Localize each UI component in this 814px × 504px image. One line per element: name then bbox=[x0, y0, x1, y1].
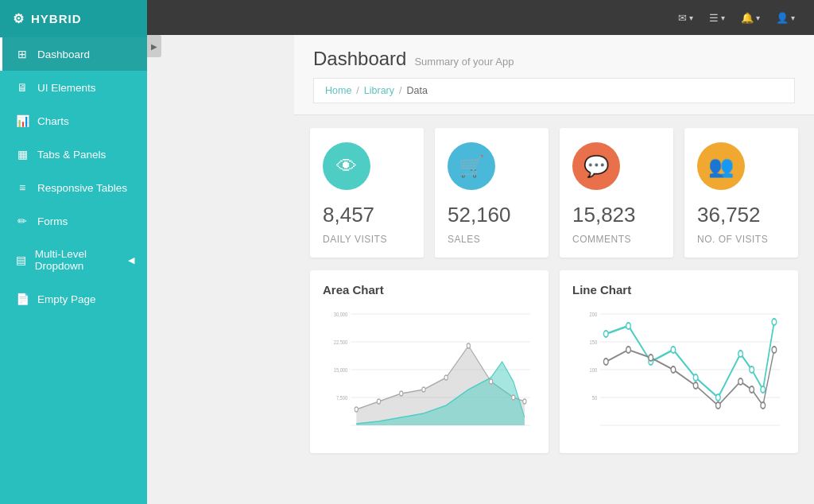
daily-visits-value: 8,457 bbox=[323, 203, 374, 227]
line-chart-title: Line Chart bbox=[572, 283, 785, 297]
eye-icon: 👁 bbox=[336, 154, 357, 179]
svg-point-46 bbox=[750, 386, 754, 393]
sidebar-item-label: UI Elements bbox=[37, 82, 96, 94]
no-visits-label: No. of Visits bbox=[697, 234, 768, 245]
sidebar-item-ui-elements[interactable]: 🖥 UI Elements bbox=[0, 71, 147, 104]
svg-point-18 bbox=[512, 395, 515, 400]
arrow-icon: ◀ bbox=[128, 255, 134, 266]
sidebar-item-charts[interactable]: 📊 Charts bbox=[0, 104, 147, 138]
svg-point-19 bbox=[523, 399, 526, 404]
svg-point-44 bbox=[716, 402, 721, 409]
sales-value: 52,160 bbox=[448, 203, 511, 227]
tabs-icon: ▦ bbox=[15, 148, 29, 161]
sidebar-item-forms[interactable]: ✏ Forms bbox=[0, 204, 147, 238]
app-name: HYBRID bbox=[31, 12, 82, 25]
charts-row: Area Chart 30,000 22,500 15,000 7,500 bbox=[294, 270, 814, 466]
sidebar-item-label: Empty Page bbox=[37, 293, 96, 305]
daily-visits-icon-circle: 👁 bbox=[323, 142, 370, 190]
svg-point-40 bbox=[626, 347, 631, 353]
page-header: Dashboard Summary of your App Home / Lib… bbox=[294, 35, 814, 115]
stat-card-no-visits: 👥 36,752 No. of Visits bbox=[684, 128, 798, 258]
stat-card-daily-visits: 👁 8,457 Daily Visits bbox=[310, 128, 424, 258]
svg-point-47 bbox=[761, 402, 766, 409]
no-visits-value: 36,752 bbox=[697, 203, 761, 227]
comments-label: Comments bbox=[572, 234, 631, 245]
svg-point-12 bbox=[377, 399, 380, 404]
svg-point-38 bbox=[772, 319, 777, 325]
sidebar-item-label: Forms bbox=[37, 215, 68, 227]
user-button[interactable]: 👤 ▾ bbox=[769, 7, 801, 29]
topbar: ✉ ▾ ☰ ▾ 🔔 ▾ 👤 ▾ bbox=[147, 0, 814, 35]
user-icon: 👤 bbox=[776, 12, 789, 24]
stat-card-comments: 💬 15,823 Comments bbox=[560, 128, 673, 258]
page-icon: 📄 bbox=[15, 293, 29, 305]
svg-point-35 bbox=[738, 351, 743, 357]
group-icon: 👥 bbox=[708, 154, 734, 179]
page-title: Dashboard bbox=[313, 48, 406, 70]
svg-text:7,500: 7,500 bbox=[336, 394, 347, 401]
svg-point-30 bbox=[626, 323, 631, 329]
svg-point-37 bbox=[761, 386, 766, 393]
svg-point-48 bbox=[772, 347, 777, 353]
breadcrumb-sep-2: / bbox=[399, 85, 401, 96]
svg-point-45 bbox=[738, 378, 743, 385]
sidebar: ⚙ HYBRID ⊞ Dashboard 🖥 UI Elements 📊 Cha… bbox=[0, 0, 147, 504]
svg-point-43 bbox=[693, 382, 698, 389]
cart-icon: 🛒 bbox=[459, 154, 484, 179]
main-content: Dashboard Summary of your App Home / Lib… bbox=[294, 35, 814, 504]
svg-point-41 bbox=[649, 355, 653, 361]
comments-value: 15,823 bbox=[572, 203, 636, 227]
svg-text:22,500: 22,500 bbox=[334, 339, 347, 345]
monitor-icon: 🖥 bbox=[15, 81, 29, 94]
svg-point-36 bbox=[750, 366, 754, 373]
sidebar-item-label: Charts bbox=[37, 115, 69, 127]
svg-point-13 bbox=[400, 391, 403, 396]
stat-card-sales: 🛒 52,160 Sales bbox=[435, 128, 548, 258]
svg-point-14 bbox=[422, 387, 425, 392]
area-chart-svg: 30,000 22,500 15,000 7,500 bbox=[323, 306, 536, 437]
mail-button[interactable]: ✉ ▾ bbox=[672, 7, 700, 29]
mail-icon: ✉ bbox=[678, 12, 687, 24]
form-icon: ✏ bbox=[15, 215, 29, 227]
bell-icon: 🔔 bbox=[741, 12, 754, 24]
visits-icon-circle: 👥 bbox=[697, 142, 745, 190]
line-chart-svg: 200 150 100 50 bbox=[572, 306, 785, 437]
chart-icon: 📊 bbox=[15, 114, 29, 127]
sidebar-item-label: Dashboard bbox=[37, 48, 90, 60]
area-chart-title: Area Chart bbox=[323, 283, 536, 297]
svg-text:50: 50 bbox=[592, 394, 597, 401]
gear-icon: ⚙ bbox=[13, 11, 25, 26]
sidebar-item-label: Tabs & Panels bbox=[37, 149, 106, 161]
breadcrumb-home[interactable]: Home bbox=[325, 85, 351, 96]
menu-caret-icon: ▾ bbox=[721, 14, 725, 22]
sales-label: Sales bbox=[448, 234, 480, 245]
sidebar-item-tabs-panels[interactable]: ▦ Tabs & Panels bbox=[0, 138, 147, 171]
sidebar-nav: ⊞ Dashboard 🖥 UI Elements 📊 Charts ▦ Tab… bbox=[0, 37, 147, 316]
dropdown-icon: ▤ bbox=[15, 254, 27, 266]
sidebar-item-multi-level-dropdown[interactable]: ▤ Multi-Level Dropdown ◀ bbox=[0, 238, 147, 282]
breadcrumb-data: Data bbox=[407, 85, 428, 96]
breadcrumb-sep-1: / bbox=[356, 85, 359, 96]
menu-button[interactable]: ☰ ▾ bbox=[703, 7, 731, 29]
comments-icon-circle: 💬 bbox=[572, 142, 620, 190]
sidebar-item-label: Responsive Tables bbox=[37, 182, 127, 194]
svg-point-29 bbox=[603, 331, 608, 337]
sidebar-collapse-button[interactable]: ▶ bbox=[147, 35, 161, 57]
breadcrumb-library[interactable]: Library bbox=[364, 85, 394, 96]
mail-caret-icon: ▾ bbox=[689, 14, 693, 22]
sidebar-logo: ⚙ HYBRID bbox=[0, 0, 147, 37]
dashboard-icon: ⊞ bbox=[15, 48, 29, 60]
svg-point-15 bbox=[444, 375, 448, 380]
svg-text:30,000: 30,000 bbox=[334, 311, 347, 317]
bell-button[interactable]: 🔔 ▾ bbox=[735, 7, 766, 29]
svg-point-39 bbox=[603, 359, 608, 365]
line-chart-card: Line Chart 200 150 100 50 bbox=[560, 270, 798, 453]
user-caret-icon: ▾ bbox=[791, 14, 795, 22]
sidebar-item-empty-page[interactable]: 📄 Empty Page bbox=[0, 282, 147, 316]
sidebar-item-responsive-tables[interactable]: ≡ Responsive Tables bbox=[0, 171, 147, 204]
area-chart-card: Area Chart 30,000 22,500 15,000 7,500 bbox=[310, 270, 548, 453]
table-icon: ≡ bbox=[15, 181, 29, 194]
svg-text:100: 100 bbox=[590, 366, 598, 373]
menu-icon: ☰ bbox=[709, 12, 719, 24]
sidebar-item-dashboard[interactable]: ⊞ Dashboard bbox=[0, 37, 147, 71]
